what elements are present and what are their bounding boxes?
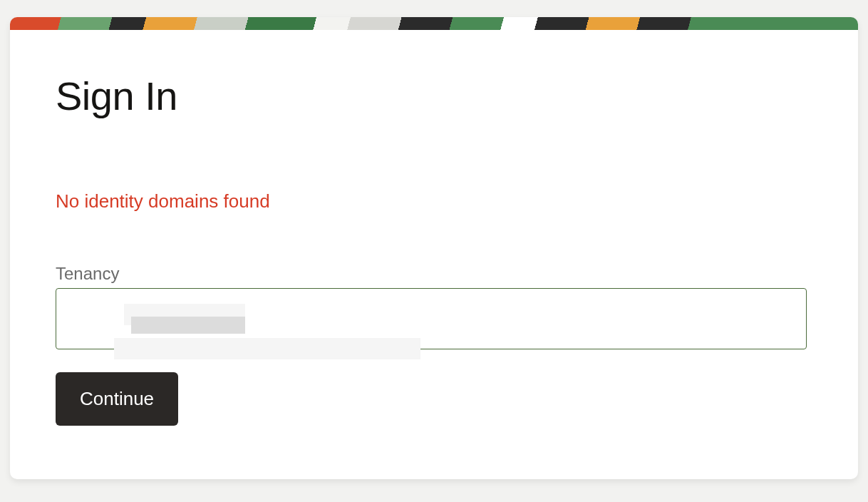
page-title: Sign In (56, 73, 812, 119)
tenancy-label: Tenancy (56, 264, 812, 284)
banner-stripe (10, 17, 858, 30)
signin-content: Sign In No identity domains found Tenanc… (10, 30, 858, 454)
error-message: No identity domains found (56, 190, 812, 212)
tenancy-input[interactable] (56, 288, 807, 349)
signin-card: Sign In No identity domains found Tenanc… (10, 17, 858, 479)
continue-button[interactable]: Continue (56, 372, 178, 426)
